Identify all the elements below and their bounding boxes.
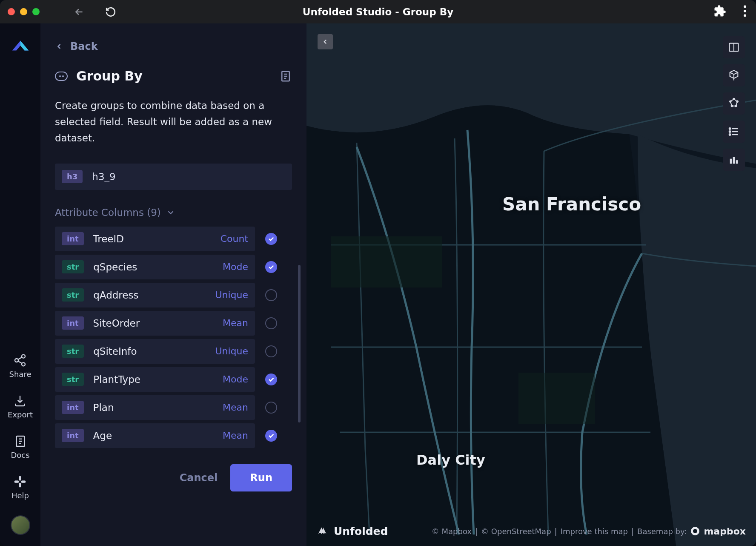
list-icon [728, 126, 740, 138]
attr-aggregation[interactable]: Unique [215, 346, 248, 356]
map-label-daly: Daly City [416, 452, 485, 468]
attribute-select[interactable]: int TreeID Count [55, 227, 255, 251]
svg-point-5 [22, 362, 25, 366]
attribute-select[interactable]: int Plan Mean [55, 395, 255, 420]
attr-aggregation[interactable]: Count [220, 233, 248, 244]
attr-checkbox[interactable] [265, 317, 277, 329]
attr-aggregation[interactable]: Mode [223, 374, 248, 385]
kebab-menu-icon[interactable] [743, 5, 747, 19]
svg-rect-7 [19, 476, 21, 481]
svg-point-4 [15, 359, 18, 362]
cube-icon [728, 69, 740, 81]
attr-header-label: Attribute Columns (9) [55, 207, 161, 218]
rail-docs[interactable]: Docs [11, 434, 29, 460]
attribute-select[interactable]: str qSpecies Mode [55, 255, 255, 279]
attribute-select[interactable]: str qSiteInfo Unique [55, 339, 255, 364]
attr-aggregation[interactable]: Mode [223, 262, 248, 272]
mapbox-name: mapbox [704, 526, 746, 537]
attr-aggregation[interactable]: Mean [223, 318, 248, 328]
slack-icon [13, 475, 27, 489]
rail-docs-label: Docs [11, 451, 29, 460]
share-icon [13, 353, 27, 367]
map-tool-geocode[interactable] [723, 92, 745, 115]
app-logo [11, 38, 30, 55]
attr-type-badge: int [62, 401, 84, 414]
svg-point-3 [22, 355, 25, 358]
map-tool-chart[interactable] [723, 149, 745, 171]
attribute-columns-header[interactable]: Attribute Columns (9) [55, 207, 292, 218]
attr-aggregation[interactable]: Mean [223, 430, 248, 441]
chevron-left-icon [321, 38, 329, 46]
attr-type-badge: int [62, 429, 84, 442]
attribute-select[interactable]: str qAddress Unique [55, 283, 255, 307]
attribute-row: str qSiteInfo Unique [55, 339, 292, 364]
map-tool-legend[interactable] [723, 121, 745, 143]
attr-type-badge: str [62, 288, 84, 302]
run-button[interactable]: Run [230, 464, 292, 491]
map-tool-3d[interactable] [723, 64, 745, 86]
unfolded-logo: Unfolded [317, 525, 388, 537]
bar-chart-icon [728, 154, 740, 166]
collapse-panel-button[interactable] [318, 34, 333, 49]
extensions-icon[interactable] [713, 5, 726, 19]
scrollbar[interactable] [298, 265, 301, 422]
svg-point-2 [744, 14, 746, 17]
attrib-improve[interactable]: Improve this map [561, 527, 628, 536]
attr-checkbox[interactable] [265, 430, 277, 442]
attr-name: Age [93, 430, 112, 441]
attribute-row: int TreeID Count [55, 227, 292, 251]
field-type-badge: h3 [62, 170, 83, 183]
chevron-left-icon [55, 42, 63, 51]
attr-checkbox[interactable] [265, 345, 277, 357]
attr-checkbox[interactable] [265, 374, 277, 385]
attrib-osm[interactable]: © OpenStreetMap [481, 527, 551, 536]
svg-point-19 [731, 105, 733, 107]
map-tool-split[interactable] [723, 36, 745, 58]
svg-point-23 [729, 134, 731, 135]
back-label: Back [70, 40, 98, 52]
titlebar: Unfolded Studio - Group By [0, 0, 756, 23]
attr-checkbox[interactable] [265, 402, 277, 414]
attribute-row: int SiteOrder Mean [55, 311, 292, 336]
attribute-select[interactable]: str PlantType Mode [55, 367, 255, 392]
attr-name: qSiteInfo [93, 346, 137, 357]
rail-help[interactable]: Help [11, 475, 29, 500]
chevron-down-icon [166, 208, 175, 217]
svg-rect-13 [331, 236, 442, 287]
rail-export[interactable]: Export [8, 394, 33, 419]
attr-checkbox[interactable] [265, 289, 277, 301]
mapbox-icon [690, 526, 700, 536]
svg-point-1 [744, 10, 746, 12]
attrib-mapbox[interactable]: © Mapbox [432, 527, 472, 536]
svg-rect-9 [14, 480, 19, 483]
attr-name: Plan [93, 402, 114, 413]
groupby-panel: Back Group By Create groups to combine d… [40, 23, 306, 546]
attrib-basemap: Basemap by: [637, 527, 687, 536]
rail-help-label: Help [11, 491, 29, 500]
panel-doc-icon[interactable] [279, 70, 292, 83]
attr-checkbox[interactable] [265, 261, 277, 273]
polygon-icon [728, 98, 740, 109]
attr-name: SiteOrder [93, 318, 140, 329]
window-title: Unfolded Studio - Group By [0, 6, 756, 17]
attr-aggregation[interactable]: Unique [215, 290, 248, 300]
attr-type-badge: str [62, 373, 84, 386]
svg-rect-8 [19, 483, 21, 488]
attr-name: PlantType [93, 374, 140, 385]
attr-aggregation[interactable]: Mean [223, 402, 248, 413]
map[interactable]: San Francisco Daly City [306, 23, 756, 546]
left-rail: Share Export Docs Help [0, 23, 40, 546]
attribute-row: str qSpecies Mode [55, 255, 292, 279]
user-avatar[interactable] [11, 515, 30, 535]
svg-rect-24 [730, 159, 732, 164]
attr-checkbox[interactable] [265, 233, 277, 245]
map-canvas [306, 23, 756, 546]
mapbox-badge[interactable]: mapbox [690, 526, 746, 537]
svg-point-22 [729, 131, 731, 132]
groupby-field-select[interactable]: h3 h3_9 [55, 164, 292, 190]
cancel-button[interactable]: Cancel [176, 465, 221, 491]
back-button[interactable]: Back [55, 40, 292, 52]
attribute-select[interactable]: int Age Mean [55, 423, 255, 448]
rail-share[interactable]: Share [9, 353, 32, 379]
attribute-select[interactable]: int SiteOrder Mean [55, 311, 255, 336]
